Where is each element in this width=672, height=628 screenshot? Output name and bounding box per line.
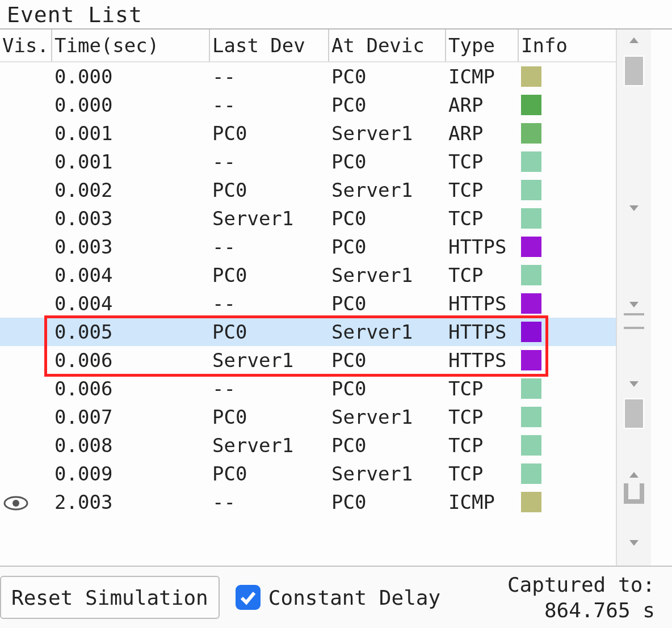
color-swatch-icon [521, 66, 541, 87]
cell-at-device: PC0 [329, 233, 446, 261]
event-table: Vis. Time(sec) Last Dev At Devic Type In… [0, 29, 616, 597]
cell-last-device: PC0 [210, 176, 329, 204]
col-header-at[interactable]: At Devic [329, 29, 446, 61]
scroll-up-button[interactable] [617, 32, 651, 49]
reset-simulation-button[interactable]: Reset Simulation [0, 576, 220, 619]
table-row[interactable]: 0.007PC0Server1TCP [0, 403, 616, 431]
cell-last-device: -- [210, 488, 329, 516]
cell-time: 0.002 [52, 176, 210, 204]
cell-at-device: PC0 [329, 488, 446, 516]
cell-type: ICMP [446, 62, 519, 91]
cell-last-device: -- [210, 289, 329, 318]
scroll-dn2-button[interactable] [617, 296, 651, 313]
captured-to-value: 864.765 s [507, 597, 655, 623]
scroll-dn3-button[interactable] [617, 376, 651, 393]
col-header-info[interactable]: Info [519, 29, 615, 61]
cell-at-device: Server1 [329, 460, 446, 488]
cell-info[interactable] [519, 176, 615, 204]
table-row[interactable]: 0.001PC0Server1ARP [0, 119, 616, 147]
color-swatch-icon [521, 407, 541, 427]
table-row[interactable]: 0.003--PC0HTTPS [0, 233, 616, 261]
constant-delay-label[interactable]: Constant Delay [268, 586, 440, 609]
table-row[interactable]: 0.000--PC0ICMP [0, 62, 616, 91]
chevron-down-icon [628, 301, 640, 309]
constant-delay-checkbox[interactable] [236, 585, 261, 610]
cell-info[interactable] [519, 403, 615, 431]
table-row[interactable]: 0.006--PC0TCP [0, 374, 616, 403]
footer-bar: Reset Simulation Constant Delay Captured… [0, 566, 672, 628]
cell-info[interactable] [519, 431, 615, 460]
table-row[interactable]: 0.009PC0Server1TCP [0, 460, 616, 488]
scroll-dn4-button[interactable] [617, 534, 651, 551]
vertical-scrollbar[interactable] [616, 29, 651, 597]
cell-time: 0.000 [52, 91, 210, 119]
cell-info[interactable] [519, 62, 615, 91]
cell-info[interactable] [519, 147, 615, 176]
cell-info[interactable] [519, 233, 615, 261]
scroll-thumb-top[interactable] [624, 56, 644, 86]
cell-type: ICMP [446, 488, 519, 516]
scroll-grip-icon [624, 313, 644, 329]
reset-simulation-label: Reset Simulation [11, 586, 208, 609]
color-swatch-icon [521, 95, 541, 115]
cell-info[interactable] [519, 318, 615, 346]
color-swatch-icon [521, 265, 541, 285]
cell-info[interactable] [519, 289, 615, 318]
col-header-type[interactable]: Type [446, 29, 519, 61]
table-row[interactable]: 0.004PC0Server1TCP [0, 261, 616, 289]
cell-type: TCP [446, 431, 519, 460]
scroll-up2-button[interactable] [617, 466, 651, 483]
table-row[interactable]: 0.002PC0Server1TCP [0, 176, 616, 204]
cell-vis [0, 403, 52, 431]
cell-last-device: PC0 [210, 261, 329, 289]
cell-last-device: -- [210, 147, 329, 176]
svg-marker-3 [629, 205, 639, 211]
color-swatch-icon [521, 463, 541, 484]
table-row[interactable]: 2.003--PC0ICMP [0, 488, 616, 516]
cell-at-device: PC0 [329, 346, 446, 374]
scroll-thumb-bottom[interactable] [624, 398, 644, 429]
cell-info[interactable] [519, 204, 615, 233]
table-row[interactable]: 0.005PC0Server1HTTPS [0, 318, 616, 346]
cell-last-device: -- [210, 62, 329, 91]
cell-type: ARP [446, 119, 519, 147]
cell-info[interactable] [519, 374, 615, 403]
cell-type: HTTPS [446, 233, 519, 261]
cell-info[interactable] [519, 261, 615, 289]
cell-time: 0.009 [52, 460, 210, 488]
col-header-vis[interactable]: Vis. [0, 29, 52, 61]
cell-vis [0, 91, 52, 119]
color-swatch-icon [521, 180, 541, 200]
cell-vis [0, 176, 52, 204]
cell-last-device: PC0 [210, 318, 329, 346]
cell-vis [0, 119, 52, 147]
table-row[interactable]: 0.008Server1PC0TCP [0, 431, 616, 460]
color-swatch-icon [521, 123, 541, 144]
svg-marker-2 [629, 37, 639, 43]
cell-vis [0, 346, 52, 374]
color-swatch-icon [521, 237, 541, 257]
cell-at-device: PC0 [329, 374, 446, 403]
table-row[interactable]: 0.000--PC0ARP [0, 91, 616, 119]
cell-type: HTTPS [446, 318, 519, 346]
table-row[interactable]: 0.001--PC0TCP [0, 147, 616, 176]
cell-vis [0, 289, 52, 318]
cell-last-device: Server1 [210, 204, 329, 233]
cell-info[interactable] [519, 460, 615, 488]
cell-info[interactable] [519, 91, 615, 119]
cell-vis [0, 233, 52, 261]
scroll-dn1-button[interactable] [617, 200, 651, 217]
cell-time: 0.001 [52, 119, 210, 147]
color-swatch-icon [521, 208, 541, 229]
checkmark-icon [239, 588, 257, 606]
cell-last-device: PC0 [210, 119, 329, 147]
table-row[interactable]: 0.004--PC0HTTPS [0, 289, 616, 318]
cell-info[interactable] [519, 119, 615, 147]
table-row[interactable]: 0.003Server1PC0TCP [0, 204, 616, 233]
cell-info[interactable] [519, 346, 615, 374]
col-header-last[interactable]: Last Dev [210, 29, 329, 61]
cell-last-device: -- [210, 91, 329, 119]
table-row[interactable]: 0.006Server1PC0HTTPS [0, 346, 616, 374]
col-header-time[interactable]: Time(sec) [52, 29, 210, 61]
cell-info[interactable] [519, 488, 615, 516]
